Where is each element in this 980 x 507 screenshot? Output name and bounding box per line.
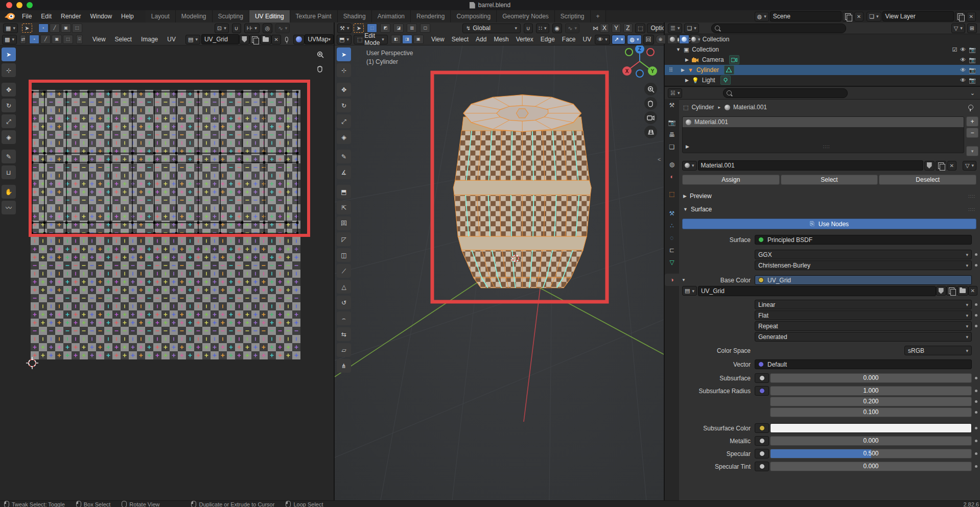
value-field[interactable]: Default xyxy=(755,359,972,369)
material-slot-item[interactable]: Material.001 xyxy=(683,117,964,127)
properties-tab-data[interactable]: ▽ xyxy=(665,256,679,269)
blender-logo-icon[interactable] xyxy=(4,12,15,20)
viewport-menu-item[interactable]: View xyxy=(428,34,448,45)
workspace-tab[interactable]: Shading xyxy=(338,10,372,22)
animate-dot[interactable] xyxy=(975,452,977,455)
view3d-select-mode-intersect[interactable]: ▢ xyxy=(420,23,430,33)
material-specials-funnel[interactable]: ▽▾ xyxy=(963,161,976,171)
mirror-z-toggle[interactable]: Z xyxy=(623,23,633,33)
viewport-menu-item[interactable]: Face xyxy=(558,34,579,45)
socket-button[interactable] xyxy=(755,423,769,433)
socket-button[interactable] xyxy=(755,373,769,383)
mesh-select-edge[interactable]: ◨ xyxy=(402,35,412,44)
browse-material-dropdown[interactable]: ▾ xyxy=(682,161,697,171)
gizmos-dropdown[interactable]: ↗▾ xyxy=(612,35,626,44)
fake-user-shield-button[interactable] xyxy=(936,286,946,296)
uvmode-vertex[interactable]: ▪ xyxy=(29,35,39,44)
shading-material-preview[interactable] xyxy=(679,35,689,44)
uv-2d-cursor[interactable] xyxy=(26,356,39,370)
menu-item[interactable]: Window xyxy=(85,10,116,22)
unlink-image-button[interactable]: ✕ xyxy=(271,35,281,44)
disclosure-triangle[interactable]: ▶ xyxy=(685,78,689,83)
disclosure-triangle[interactable]: ▶ xyxy=(681,68,685,73)
editor-type-properties-icon[interactable]: ☵▾ xyxy=(668,88,682,98)
disable-render-icon[interactable]: 📷 xyxy=(969,78,976,83)
uv-tool-annotate[interactable]: ✎ xyxy=(2,150,16,163)
copy-material-button[interactable] xyxy=(936,161,946,171)
outliner-row-cylinder[interactable]: ⠿ ▶ ▼ Cylinder 👁 📷 xyxy=(665,65,980,75)
view3d-tool-smooth[interactable]: ⌢ xyxy=(337,311,351,325)
image-name-field[interactable]: UV_Grid xyxy=(698,286,936,296)
view3d-tool-settings-icon[interactable]: ⚒▾ xyxy=(337,23,352,33)
browse-image-dropdown[interactable]: ▤▾ xyxy=(682,286,697,296)
value-slider[interactable]: 1.000 xyxy=(770,386,972,396)
animate-dot[interactable] xyxy=(975,303,977,306)
delete-view-layer-button[interactable]: ✕ xyxy=(967,12,976,21)
uv-tool-grab[interactable]: ✋ xyxy=(2,185,16,199)
socket-button[interactable] xyxy=(755,386,769,396)
deselect-button[interactable]: Deselect xyxy=(879,175,976,185)
viewport-pan-hand-button[interactable] xyxy=(644,97,657,110)
viewport-menu-item[interactable]: Mesh xyxy=(490,34,512,45)
editor-type-3d-icon[interactable]: ⬒▾ xyxy=(337,35,352,44)
new-view-layer-button[interactable] xyxy=(955,12,966,21)
uv-pan-hand-button[interactable] xyxy=(314,62,326,75)
outliner-row-scene-collection[interactable]: ▣ Scene Collection xyxy=(665,34,980,44)
viewport-camera-view-button[interactable] xyxy=(644,111,657,124)
socket-button[interactable] xyxy=(755,462,769,471)
value-field[interactable]: UV_Grid xyxy=(755,275,972,285)
value-field[interactable]: Principled BSDF xyxy=(755,235,972,245)
copy-image-button[interactable] xyxy=(249,35,260,44)
animate-dot[interactable] xyxy=(975,253,977,256)
editor-divider[interactable] xyxy=(334,22,335,500)
copy-image-button[interactable] xyxy=(946,286,957,296)
mode-dropdown[interactable]: ⬚Edit Mode▾ xyxy=(354,35,388,44)
view3d-tool-annotate[interactable]: ✎ xyxy=(337,150,351,163)
viewport-menu-item[interactable]: Edge xyxy=(537,34,558,45)
outliner-row-collection[interactable]: ▼ ▣ Collection ☑ 👁 📷 xyxy=(665,44,980,55)
xray-toggle[interactable]: 回 xyxy=(643,35,654,44)
view3d-select-mode-extend[interactable]: ◩ xyxy=(380,23,390,33)
menu-item[interactable]: Help xyxy=(116,10,138,22)
value-slider[interactable]: 0.000 xyxy=(770,462,972,471)
view-layer-name-field[interactable]: View Layer xyxy=(882,11,954,21)
workspace-tab[interactable]: Animation xyxy=(372,10,411,22)
view3d-tool-scale[interactable]: ⤢ xyxy=(337,114,351,128)
value-slider[interactable]: 0.200 xyxy=(770,397,972,406)
outliner-filter-funnel-dropdown[interactable]: ▽▾ xyxy=(951,23,965,33)
uvmode-island[interactable]: ⬚ xyxy=(63,35,73,44)
image-name-field[interactable]: UV_Grid xyxy=(201,34,240,44)
select-dropdown[interactable]: GGX▾ xyxy=(755,250,972,259)
close-window-button[interactable] xyxy=(6,2,12,8)
properties-options-chevron[interactable]: ⌄ xyxy=(970,90,975,96)
view3d-select-mode-subtract[interactable]: ◪ xyxy=(393,23,404,33)
properties-tab-object[interactable]: ⬚ xyxy=(665,188,679,200)
properties-tab-scene[interactable]: ◍ xyxy=(665,158,679,171)
properties-tab-tool[interactable]: ⚒ xyxy=(665,99,679,111)
viewport-zoom-button[interactable] xyxy=(644,83,657,95)
breadcrumb-material[interactable]: Material.001 xyxy=(733,104,767,111)
uvmode-edge[interactable]: ╱ xyxy=(40,35,51,44)
uv-sync-select-toggle[interactable]: ⇄ xyxy=(20,35,26,44)
open-image-button[interactable] xyxy=(957,286,968,296)
uv-tool-move[interactable]: ✥ xyxy=(2,83,16,96)
uv-tool-select-box[interactable]: ➤ xyxy=(2,47,16,61)
uv-tool-rip-region[interactable]: ⊔ xyxy=(2,165,16,179)
uv-menu-item[interactable]: Image xyxy=(136,34,162,45)
add-slot-button[interactable]: + xyxy=(966,116,978,127)
workspace-tab[interactable]: Geometry Nodes xyxy=(497,10,555,22)
uv-menu-item[interactable]: View xyxy=(88,34,110,45)
hide-eye-icon[interactable]: 👁 xyxy=(960,67,966,73)
view3d-tool-spin[interactable]: ↺ xyxy=(337,296,351,309)
select-dropdown[interactable]: Generated▾ xyxy=(755,332,972,342)
view3d-tool-rip[interactable]: ⋔ xyxy=(337,359,351,373)
unlink-image-button[interactable]: ✕ xyxy=(968,286,977,296)
menu-item[interactable]: Render xyxy=(56,10,85,22)
view3d-tool-cursor[interactable]: ⊹ xyxy=(337,63,351,77)
mirror-x-toggle[interactable]: X xyxy=(600,23,609,33)
uv-tool-relax[interactable]: 〰 xyxy=(2,201,16,214)
uvmode-face[interactable]: ▣ xyxy=(52,35,62,44)
uv-proportional-editing-toggle[interactable]: ◎ xyxy=(263,23,273,33)
proportional-editing-toggle[interactable]: ◉ xyxy=(552,23,563,33)
material-name-field[interactable]: Material.001 xyxy=(698,160,923,171)
